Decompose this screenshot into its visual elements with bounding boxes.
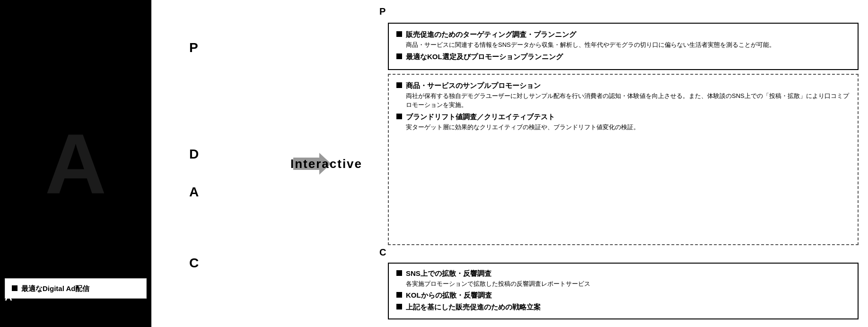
card-c-main-1: SNS上での拡散・反響調査 — [406, 268, 850, 278]
left-white-box: 最適なDigital Ad配信 — [5, 278, 147, 299]
card-c: SNS上での拡散・反響調査 各実施プロモーションで拡散した投稿の反響調査レポート… — [388, 263, 859, 320]
card-c-text-3: 上記を基にした販売促進のための戦略立案 — [406, 302, 850, 312]
card-c-item-1: SNS上での拡散・反響調査 各実施プロモーションで拡散した投稿の反響調査レポート… — [396, 268, 850, 289]
card-p-item-2: 最適なKOL選定及びプロモーションプランニング — [396, 52, 850, 62]
card-c-main-2: KOLからの拡散・反響調査 — [406, 290, 850, 300]
card-d-item-2: ブランドリフト値調査／クリエイティブテスト 実ターゲット層に効果的なクリエイティ… — [396, 112, 850, 132]
bullet-square-icon — [12, 285, 18, 291]
card-c-sub-1: 各実施プロモーションで拡散した投稿の反響調査レポートサービス — [406, 279, 850, 289]
interactive-label: Interactive — [290, 156, 362, 171]
right-p-label-top: P — [379, 6, 859, 17]
card-p-text-1: 販売促進のためのターゲティング調査・プランニング 商品・サービスに関連する情報を… — [406, 29, 850, 50]
left-a-label: A — [5, 291, 12, 303]
card-c-text-1: SNS上での拡散・反響調査 各実施プロモーションで拡散した投稿の反響調査レポート… — [406, 268, 850, 289]
arrow-section: Interactive — [255, 0, 369, 327]
middle-a-label: A — [189, 185, 199, 200]
card-d: 商品・サービスのサンプルプロモーション 両社が保有する独自デモグラユーザーに対し… — [388, 74, 859, 245]
card-d-main-1: 商品・サービスのサンプルプロモーション — [406, 80, 850, 90]
left-bullet-item: 最適なDigital Ad配信 — [12, 283, 140, 293]
left-bullet-main: 最適なDigital Ad配信 — [21, 284, 89, 292]
card-p-text-2: 最適なKOL選定及びプロモーションプランニング — [406, 52, 850, 62]
card-c-item-3: 上記を基にした販売促進のための戦略立案 — [396, 302, 850, 312]
bullet-square-p1-icon — [396, 31, 402, 37]
card-c-text-2: KOLからの拡散・反響調査 — [406, 290, 850, 300]
middle-d-label: D — [189, 147, 200, 162]
card-d-text-1: 商品・サービスのサンプルプロモーション 両社が保有する独自デモグラユーザーに対し… — [406, 80, 850, 110]
card-p-sub-1: 商品・サービスに関連する情報をSNSデータから収集・解析し、性年代やデモグラの切… — [406, 40, 850, 50]
cards-wrapper: P 販売促進のためのターゲティング調査・プランニング 商品・サービスに関連する情… — [388, 4, 859, 323]
right-c-label: C — [379, 247, 859, 258]
left-section: A 最適なDigital Ad配信 A — [0, 0, 151, 327]
right-section: P 販売促進のためのターゲティング調査・プランニング 商品・サービスに関連する情… — [369, 0, 868, 327]
left-a-watermark: A — [45, 115, 106, 212]
main-container: A 最適なDigital Ad配信 A P D C A Interac — [0, 0, 868, 327]
card-p: 販売促進のためのターゲティング調査・プランニング 商品・サービスに関連する情報を… — [388, 23, 859, 70]
bullet-square-c1-icon — [396, 270, 402, 276]
card-d-text-2: ブランドリフト値調査／クリエイティブテスト 実ターゲット層に効果的なクリエイティ… — [406, 112, 850, 132]
bullet-square-c2-icon — [396, 292, 402, 298]
middle-p-label: P — [189, 40, 199, 55]
card-c-main-3: 上記を基にした販売促進のための戦略立案 — [406, 302, 850, 312]
card-p-item-1: 販売促進のためのターゲティング調査・プランニング 商品・サービスに関連する情報を… — [396, 29, 850, 50]
bullet-square-d1-icon — [396, 82, 402, 88]
card-p-main-1: 販売促進のためのターゲティング調査・プランニング — [406, 29, 850, 39]
bullet-square-p2-icon — [396, 53, 402, 59]
middle-c-label: C — [189, 256, 200, 271]
card-d-sub-1: 両社が保有する独自デモグラユーザーに対しサンプル配布を行い消費者の認知・体験値を… — [406, 91, 850, 110]
card-d-sub-2: 実ターゲット層に効果的なクリエイティブの検証や、ブランドリフト値変化の検証。 — [406, 123, 850, 132]
left-bullet-text: 最適なDigital Ad配信 — [21, 283, 140, 293]
middle-section: P D C A — [151, 0, 255, 327]
card-c-item-2: KOLからの拡散・反響調査 — [396, 290, 850, 300]
bullet-square-c3-icon — [396, 304, 402, 309]
card-d-main-2: ブランドリフト値調査／クリエイティブテスト — [406, 112, 850, 122]
card-d-item-1: 商品・サービスのサンプルプロモーション 両社が保有する独自デモグラユーザーに対し… — [396, 80, 850, 110]
bullet-square-d2-icon — [396, 114, 402, 119]
card-p-main-2: 最適なKOL選定及びプロモーションプランニング — [406, 52, 850, 62]
